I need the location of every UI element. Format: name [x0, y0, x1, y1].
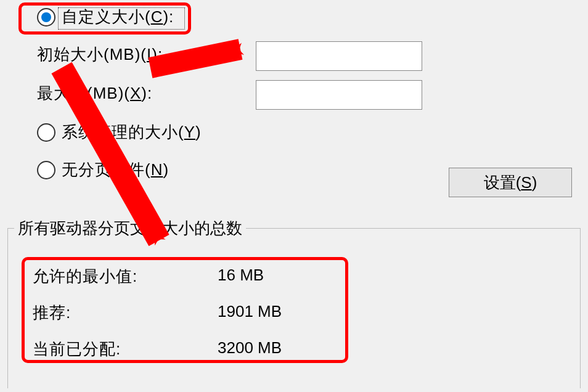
info-min-label: 允许的最小值: — [33, 266, 218, 287]
set-button[interactable]: 设置(S) — [449, 168, 572, 197]
initial-size-label: 初始大小(MB)(I): — [37, 44, 210, 65]
virtual-memory-options: 自定义大小(C): 初始大小(MB)(I): 最大值(MB)(X): 系统管理的… — [0, 0, 588, 203]
max-value-input[interactable] — [256, 80, 422, 110]
info-row-recommended: 推荐: 1901 MB — [33, 302, 282, 324]
initial-size-row: 初始大小(MB)(I): — [37, 44, 576, 65]
info-row-min: 允许的最小值: 16 MB — [33, 266, 282, 287]
info-allocated-value: 3200 MB — [218, 338, 282, 360]
info-min-value: 16 MB — [218, 266, 264, 287]
radio-system-managed[interactable]: 系统管理的大小(Y) — [37, 121, 576, 143]
info-allocated-label: 当前已分配: — [33, 338, 218, 360]
radio-empty-icon — [37, 123, 55, 142]
radio-dot-icon — [37, 8, 55, 27]
radio-system-managed-label: 系统管理的大小(Y) — [62, 121, 202, 143]
info-recommended-value: 1901 MB — [218, 302, 282, 324]
paging-file-totals-group: 所有驱动器分页文件大小的总数 允许的最小值: 16 MB 推荐: 1901 MB… — [7, 228, 581, 388]
max-value-label: 最大值(MB)(X): — [37, 83, 210, 104]
info-recommended-label: 推荐: — [33, 302, 218, 324]
radio-empty-icon — [37, 161, 55, 179]
info-row-allocated: 当前已分配: 3200 MB — [33, 338, 282, 360]
max-value-row: 最大值(MB)(X): — [37, 83, 576, 104]
paging-file-totals-title: 所有驱动器分页文件大小的总数 — [14, 218, 246, 239]
radio-no-paging-label: 无分页文件(N) — [62, 159, 169, 181]
radio-custom-size-label: 自定义大小(C): — [62, 6, 174, 28]
radio-custom-size[interactable]: 自定义大小(C): — [37, 6, 576, 28]
initial-size-input[interactable] — [256, 41, 422, 71]
paging-file-info-grid: 允许的最小值: 16 MB 推荐: 1901 MB 当前已分配: 3200 MB — [33, 266, 282, 375]
